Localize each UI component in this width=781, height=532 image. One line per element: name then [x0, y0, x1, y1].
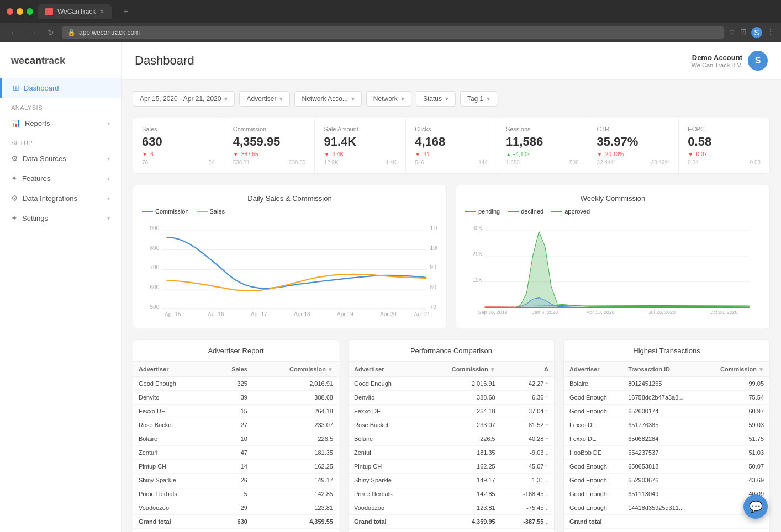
tag-label: Tag 1 — [467, 95, 483, 103]
commission-down-arrow: ▼ — [233, 151, 239, 157]
cell-sales: 39 — [211, 391, 253, 405]
tables-row: Advertiser Report Advertiser Sales Commi… — [133, 339, 770, 532]
table-row: Pintup CH14162.25 — [133, 460, 339, 474]
reload-button[interactable]: ↻ — [44, 27, 57, 38]
menu-icon[interactable]: ⋮ — [767, 27, 774, 38]
cell-transaction-id: 14418d35925d311... — [622, 501, 703, 515]
sidebar-item-settings[interactable]: ✦ Settings ▾ — [0, 208, 121, 228]
cell-delta: -9.03 ↓ — [501, 446, 554, 460]
data-sources-icon: ⚙ — [11, 154, 18, 163]
clicks-change-val: -31 — [421, 151, 429, 157]
chat-bubble[interactable]: 💬 — [743, 494, 768, 519]
cell-transaction-id: 16758dc2b47a3a8... — [622, 391, 703, 405]
cell-advertiser: Bolaire — [133, 432, 211, 446]
cell-advertiser: Voodoozoo — [133, 501, 211, 515]
advertiser-report-title: Advertiser Report — [133, 340, 339, 362]
cell-commission: 60.97 — [703, 405, 769, 418]
transactions-grand-total: Grand total — [564, 515, 769, 529]
tag-filter[interactable]: Tag 1 ▾ — [460, 91, 497, 107]
cell-commission: 162.25 — [421, 460, 501, 474]
cell-sales: 5 — [211, 487, 253, 501]
ecpc-change: ▼ -0.07 — [688, 151, 761, 157]
forward-button[interactable]: → — [25, 27, 40, 38]
perf-commission-col: Commission ▼ — [421, 362, 501, 377]
metric-card-ctr: CTR 35.97% ▼ -20.13% 32.44% 28.46% — [588, 118, 679, 173]
daily-sales-title: Daily Sales & Commission — [142, 194, 437, 203]
trans-total-label: Grand total — [564, 515, 622, 529]
cell-delta: -1.31 ↓ — [501, 474, 554, 487]
ecpc-down-arrow: ▼ — [688, 151, 693, 157]
metric-card-sessions: Sessions 11,586 ▲ +4,102 1,683 506 — [497, 118, 588, 173]
sidebar-integrations-label: Data Integrations — [23, 194, 77, 203]
daily-sales-chart: Daily Sales & Commission Commission Sale… — [133, 185, 447, 328]
commission-legend-label: Commission — [155, 208, 189, 215]
cell-advertiser: Good Enough — [564, 474, 622, 487]
metric-card-sales: Sales 630 ▼ -6 76 24 — [133, 118, 224, 173]
cell-commission: 51.75 — [703, 432, 769, 446]
performance-table: Advertiser Commission ▼ Δ Good Enough2,0… — [349, 362, 554, 529]
profile-icon[interactable]: S — [751, 27, 762, 38]
transactions-table: Advertiser Transaction ID Commission ▼ B… — [564, 362, 769, 529]
url-bar[interactable]: 🔒 app.wecantrack.com — [62, 26, 724, 39]
settings-icon: ✦ — [11, 214, 18, 222]
network-filter[interactable]: Network ▾ — [366, 91, 411, 107]
ecpc-min: 0.34 — [688, 159, 698, 166]
close-dot[interactable] — [7, 8, 13, 15]
cell-delta: -75.45 ↓ — [501, 501, 554, 515]
cell-transaction-id: 650682284 — [622, 432, 703, 446]
svg-text:Sep 30, 2019: Sep 30, 2019 — [478, 310, 508, 315]
new-tab-button[interactable]: + — [116, 4, 135, 19]
cell-commission: 264.18 — [421, 405, 501, 418]
maximize-dot[interactable] — [27, 8, 33, 15]
sidebar-item-data-sources[interactable]: ⚙ Data Sources ▾ — [0, 148, 121, 168]
cell-commission: 181.35 — [253, 446, 339, 460]
svg-text:110: 110 — [430, 225, 437, 231]
pending-legend-dot — [465, 211, 476, 212]
clicks-range: 546 144 — [415, 159, 488, 166]
sidebar-item-features[interactable]: ✦ Features ▾ — [0, 168, 121, 188]
cell-advertiser: HooBob DE — [564, 446, 622, 460]
cell-transaction-id: 651113049 — [622, 487, 703, 501]
sidebar-item-reports[interactable]: 📊 Reports ▾ — [0, 113, 121, 133]
advertiser-total-commission: 4,359.55 — [253, 515, 339, 529]
advertiser-filter-label: Advertiser — [246, 95, 276, 103]
advertiser-filter[interactable]: Advertiser ▾ — [239, 91, 290, 107]
ctr-min: 32.44% — [597, 159, 616, 166]
advertiser-total-label: Grand total — [133, 515, 211, 529]
svg-text:70: 70 — [430, 304, 437, 310]
network-account-filter[interactable]: Network Acco... ▾ — [294, 91, 361, 107]
svg-text:30K: 30K — [472, 225, 482, 231]
avatar[interactable]: S — [748, 51, 768, 71]
highest-transactions-title: Highest Transactions — [564, 340, 769, 362]
daily-sales-svg: 900 800 700 600 500 110 100 90 80 70 — [142, 219, 437, 317]
date-range-filter[interactable]: Apr 15, 2020 - Apr 21, 2020 ▾ — [133, 91, 235, 107]
user-info-area: Demo Account We Can Track B.V. S — [692, 51, 768, 71]
sales-change: ▼ -6 — [142, 151, 215, 157]
cell-transaction-id: 652600174 — [622, 405, 703, 418]
cell-advertiser: Bolaire — [349, 432, 421, 446]
pending-legend-item: pending — [465, 208, 500, 215]
cell-advertiser: Prime Herbals — [349, 487, 421, 501]
sessions-label: Sessions — [506, 126, 579, 132]
sales-change-val: -6 — [149, 151, 154, 157]
cell-advertiser: Zenturi — [133, 446, 211, 460]
sidebar-item-data-integrations[interactable]: ⚙ Data Integrations ▾ — [0, 188, 121, 208]
svg-text:600: 600 — [150, 284, 159, 290]
performance-table-body: Good Enough2,016.9142.27 ↑Denvito388.686… — [349, 377, 554, 515]
sessions-change-val: +4,102 — [513, 151, 530, 157]
ecpc-value: 0.58 — [688, 135, 761, 149]
table-row: Good Enough2,016.9142.27 ↑ — [349, 377, 554, 391]
sales-down-arrow: ▼ — [142, 151, 147, 157]
table-row: Denvito388.686.36 ↑ — [349, 391, 554, 405]
sidebar-item-dashboard[interactable]: ⊞ Dashboard — [0, 78, 121, 98]
cast-icon[interactable]: ⊡ — [740, 27, 747, 38]
back-button[interactable]: ← — [7, 27, 21, 38]
minimize-dot[interactable] — [17, 8, 23, 15]
status-filter[interactable]: Status ▾ — [416, 91, 456, 107]
browser-tab[interactable]: WeCanTrack × — [38, 4, 112, 19]
sidebar-logo: wecantrack — [0, 51, 121, 78]
close-tab-button[interactable]: × — [100, 8, 104, 15]
cell-commission: 181.35 — [421, 446, 501, 460]
svg-text:700: 700 — [150, 264, 159, 270]
star-icon[interactable]: ☆ — [729, 27, 736, 38]
